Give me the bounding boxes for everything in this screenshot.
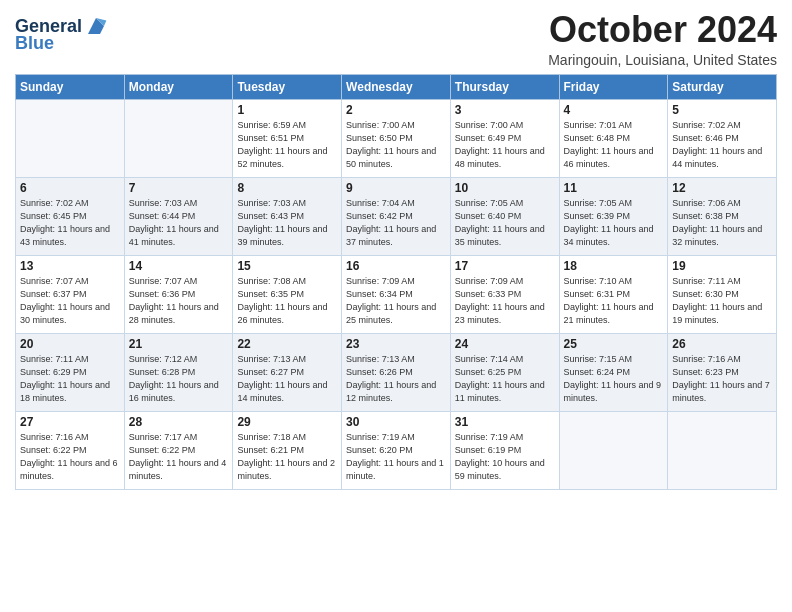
- table-row: 3Sunrise: 7:00 AM Sunset: 6:49 PM Daylig…: [450, 99, 559, 177]
- calendar-week-row: 13Sunrise: 7:07 AM Sunset: 6:37 PM Dayli…: [16, 255, 777, 333]
- cell-detail: Sunrise: 7:16 AM Sunset: 6:22 PM Dayligh…: [20, 431, 120, 483]
- day-number: 8: [237, 181, 337, 195]
- cell-detail: Sunrise: 7:17 AM Sunset: 6:22 PM Dayligh…: [129, 431, 229, 483]
- table-row: [124, 99, 233, 177]
- day-number: 17: [455, 259, 555, 273]
- cell-detail: Sunrise: 7:07 AM Sunset: 6:36 PM Dayligh…: [129, 275, 229, 327]
- day-number: 24: [455, 337, 555, 351]
- title-block: October 2024 Maringouin, Louisiana, Unit…: [548, 10, 777, 68]
- table-row: 27Sunrise: 7:16 AM Sunset: 6:22 PM Dayli…: [16, 411, 125, 489]
- day-number: 2: [346, 103, 446, 117]
- cell-detail: Sunrise: 7:03 AM Sunset: 6:43 PM Dayligh…: [237, 197, 337, 249]
- table-row: 5Sunrise: 7:02 AM Sunset: 6:46 PM Daylig…: [668, 99, 777, 177]
- table-row: [668, 411, 777, 489]
- table-row: 7Sunrise: 7:03 AM Sunset: 6:44 PM Daylig…: [124, 177, 233, 255]
- cell-detail: Sunrise: 7:18 AM Sunset: 6:21 PM Dayligh…: [237, 431, 337, 483]
- col-thursday: Thursday: [450, 74, 559, 99]
- table-row: 15Sunrise: 7:08 AM Sunset: 6:35 PM Dayli…: [233, 255, 342, 333]
- day-number: 19: [672, 259, 772, 273]
- cell-detail: Sunrise: 7:03 AM Sunset: 6:44 PM Dayligh…: [129, 197, 229, 249]
- cell-detail: Sunrise: 7:15 AM Sunset: 6:24 PM Dayligh…: [564, 353, 664, 405]
- table-row: 21Sunrise: 7:12 AM Sunset: 6:28 PM Dayli…: [124, 333, 233, 411]
- calendar-week-row: 1Sunrise: 6:59 AM Sunset: 6:51 PM Daylig…: [16, 99, 777, 177]
- col-tuesday: Tuesday: [233, 74, 342, 99]
- day-number: 14: [129, 259, 229, 273]
- cell-detail: Sunrise: 7:13 AM Sunset: 6:27 PM Dayligh…: [237, 353, 337, 405]
- table-row: [559, 411, 668, 489]
- calendar-table: Sunday Monday Tuesday Wednesday Thursday…: [15, 74, 777, 490]
- cell-detail: Sunrise: 7:02 AM Sunset: 6:45 PM Dayligh…: [20, 197, 120, 249]
- col-sunday: Sunday: [16, 74, 125, 99]
- cell-detail: Sunrise: 7:09 AM Sunset: 6:34 PM Dayligh…: [346, 275, 446, 327]
- table-row: 8Sunrise: 7:03 AM Sunset: 6:43 PM Daylig…: [233, 177, 342, 255]
- cell-detail: Sunrise: 7:00 AM Sunset: 6:50 PM Dayligh…: [346, 119, 446, 171]
- day-number: 18: [564, 259, 664, 273]
- day-number: 30: [346, 415, 446, 429]
- col-wednesday: Wednesday: [342, 74, 451, 99]
- day-number: 9: [346, 181, 446, 195]
- table-row: 13Sunrise: 7:07 AM Sunset: 6:37 PM Dayli…: [16, 255, 125, 333]
- day-number: 5: [672, 103, 772, 117]
- cell-detail: Sunrise: 7:01 AM Sunset: 6:48 PM Dayligh…: [564, 119, 664, 171]
- day-number: 15: [237, 259, 337, 273]
- day-number: 6: [20, 181, 120, 195]
- day-number: 13: [20, 259, 120, 273]
- cell-detail: Sunrise: 7:19 AM Sunset: 6:19 PM Dayligh…: [455, 431, 555, 483]
- header: General Blue October 2024 Maringouin, Lo…: [15, 10, 777, 68]
- day-number: 20: [20, 337, 120, 351]
- table-row: 1Sunrise: 6:59 AM Sunset: 6:51 PM Daylig…: [233, 99, 342, 177]
- day-number: 11: [564, 181, 664, 195]
- cell-detail: Sunrise: 7:02 AM Sunset: 6:46 PM Dayligh…: [672, 119, 772, 171]
- calendar-week-row: 6Sunrise: 7:02 AM Sunset: 6:45 PM Daylig…: [16, 177, 777, 255]
- table-row: 23Sunrise: 7:13 AM Sunset: 6:26 PM Dayli…: [342, 333, 451, 411]
- col-monday: Monday: [124, 74, 233, 99]
- day-number: 28: [129, 415, 229, 429]
- cell-detail: Sunrise: 7:09 AM Sunset: 6:33 PM Dayligh…: [455, 275, 555, 327]
- table-row: 14Sunrise: 7:07 AM Sunset: 6:36 PM Dayli…: [124, 255, 233, 333]
- day-number: 1: [237, 103, 337, 117]
- calendar-week-row: 20Sunrise: 7:11 AM Sunset: 6:29 PM Dayli…: [16, 333, 777, 411]
- table-row: 19Sunrise: 7:11 AM Sunset: 6:30 PM Dayli…: [668, 255, 777, 333]
- page: General Blue October 2024 Maringouin, Lo…: [0, 0, 792, 612]
- day-number: 7: [129, 181, 229, 195]
- cell-detail: Sunrise: 7:08 AM Sunset: 6:35 PM Dayligh…: [237, 275, 337, 327]
- logo-icon: [84, 14, 108, 38]
- table-row: 26Sunrise: 7:16 AM Sunset: 6:23 PM Dayli…: [668, 333, 777, 411]
- logo: General Blue: [15, 14, 108, 52]
- cell-detail: Sunrise: 7:14 AM Sunset: 6:25 PM Dayligh…: [455, 353, 555, 405]
- table-row: 18Sunrise: 7:10 AM Sunset: 6:31 PM Dayli…: [559, 255, 668, 333]
- day-number: 27: [20, 415, 120, 429]
- cell-detail: Sunrise: 7:06 AM Sunset: 6:38 PM Dayligh…: [672, 197, 772, 249]
- table-row: 4Sunrise: 7:01 AM Sunset: 6:48 PM Daylig…: [559, 99, 668, 177]
- day-number: 31: [455, 415, 555, 429]
- day-number: 3: [455, 103, 555, 117]
- day-number: 29: [237, 415, 337, 429]
- cell-detail: Sunrise: 6:59 AM Sunset: 6:51 PM Dayligh…: [237, 119, 337, 171]
- table-row: [16, 99, 125, 177]
- table-row: 30Sunrise: 7:19 AM Sunset: 6:20 PM Dayli…: [342, 411, 451, 489]
- table-row: 24Sunrise: 7:14 AM Sunset: 6:25 PM Dayli…: [450, 333, 559, 411]
- table-row: 22Sunrise: 7:13 AM Sunset: 6:27 PM Dayli…: [233, 333, 342, 411]
- table-row: 16Sunrise: 7:09 AM Sunset: 6:34 PM Dayli…: [342, 255, 451, 333]
- table-row: 9Sunrise: 7:04 AM Sunset: 6:42 PM Daylig…: [342, 177, 451, 255]
- cell-detail: Sunrise: 7:12 AM Sunset: 6:28 PM Dayligh…: [129, 353, 229, 405]
- day-number: 22: [237, 337, 337, 351]
- col-saturday: Saturday: [668, 74, 777, 99]
- cell-detail: Sunrise: 7:04 AM Sunset: 6:42 PM Dayligh…: [346, 197, 446, 249]
- table-row: 6Sunrise: 7:02 AM Sunset: 6:45 PM Daylig…: [16, 177, 125, 255]
- cell-detail: Sunrise: 7:05 AM Sunset: 6:40 PM Dayligh…: [455, 197, 555, 249]
- day-number: 26: [672, 337, 772, 351]
- cell-detail: Sunrise: 7:19 AM Sunset: 6:20 PM Dayligh…: [346, 431, 446, 483]
- table-row: 29Sunrise: 7:18 AM Sunset: 6:21 PM Dayli…: [233, 411, 342, 489]
- day-number: 25: [564, 337, 664, 351]
- cell-detail: Sunrise: 7:13 AM Sunset: 6:26 PM Dayligh…: [346, 353, 446, 405]
- table-row: 31Sunrise: 7:19 AM Sunset: 6:19 PM Dayli…: [450, 411, 559, 489]
- table-row: 25Sunrise: 7:15 AM Sunset: 6:24 PM Dayli…: [559, 333, 668, 411]
- table-row: 17Sunrise: 7:09 AM Sunset: 6:33 PM Dayli…: [450, 255, 559, 333]
- cell-detail: Sunrise: 7:00 AM Sunset: 6:49 PM Dayligh…: [455, 119, 555, 171]
- day-number: 16: [346, 259, 446, 273]
- table-row: 2Sunrise: 7:00 AM Sunset: 6:50 PM Daylig…: [342, 99, 451, 177]
- location: Maringouin, Louisiana, United States: [548, 52, 777, 68]
- table-row: 12Sunrise: 7:06 AM Sunset: 6:38 PM Dayli…: [668, 177, 777, 255]
- table-row: 10Sunrise: 7:05 AM Sunset: 6:40 PM Dayli…: [450, 177, 559, 255]
